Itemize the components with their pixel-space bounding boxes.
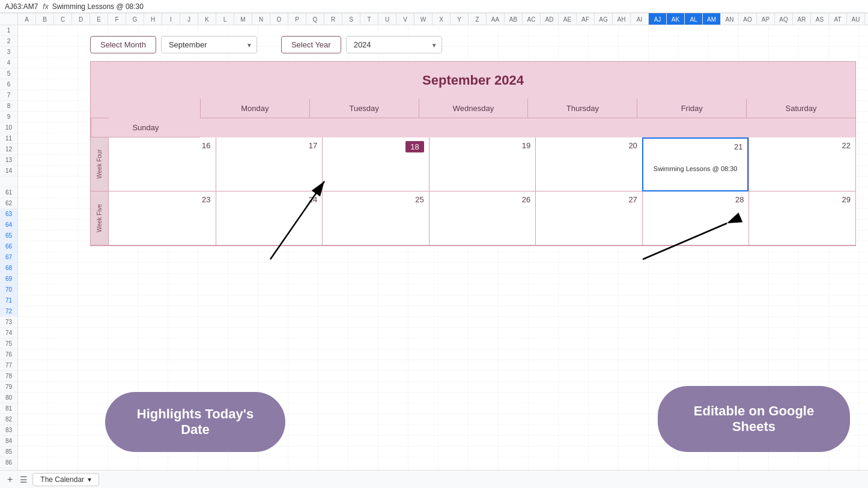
row-num-6: 6 [0, 79, 17, 90]
sheets-menu-button[interactable]: ☰ [20, 475, 28, 484]
col-header-AL[interactable]: AL [685, 13, 703, 25]
day-cell-29[interactable]: 29 [748, 191, 855, 246]
month-select[interactable]: September January February March April M… [161, 36, 257, 53]
day-number-20: 20 [538, 140, 640, 151]
sheet-tab-dropdown-icon: ▾ [88, 475, 91, 484]
day-cell-23[interactable]: 23 [109, 191, 216, 246]
col-header-AF[interactable]: AF [577, 13, 595, 25]
year-select[interactable]: 2024 2023 2025 [346, 36, 442, 53]
day-number-23: 23 [111, 194, 213, 205]
col-header-AJ[interactable]: AJ [649, 13, 667, 25]
sheet-tab-the-calendar[interactable]: The Calendar ▾ [32, 473, 99, 486]
col-header-AD[interactable]: AD [541, 13, 559, 25]
col-header-AH[interactable]: AH [613, 13, 631, 25]
col-header-AQ[interactable]: AQ [775, 13, 793, 25]
day-cell-20[interactable]: 20 [535, 137, 642, 191]
row-num-73: 73 [0, 317, 17, 328]
row-num-77: 77 [0, 360, 17, 371]
col-header-W[interactable]: W [414, 13, 432, 25]
col-header-H[interactable]: H [144, 13, 162, 25]
col-header-M[interactable]: M [234, 13, 252, 25]
col-header-AA[interactable]: AA [487, 13, 505, 25]
col-header-K[interactable]: K [198, 13, 216, 25]
col-header-F[interactable]: F [108, 13, 126, 25]
col-header-S[interactable]: S [342, 13, 360, 25]
day-cell-26[interactable]: 26 [429, 191, 536, 246]
col-header-N[interactable]: N [252, 13, 270, 25]
cell-reference: AJ63:AM7 [5, 2, 38, 11]
day-number-29: 29 [751, 194, 853, 205]
day-header-tuesday: Tuesday [309, 99, 419, 118]
controls-area: Select Month September January February … [90, 36, 442, 53]
year-control: Select Year 2024 2023 2025 [281, 36, 442, 53]
day-cell-24[interactable]: 24 [216, 191, 323, 246]
day-cell-25[interactable]: 25 [322, 191, 429, 246]
row-num-4: 4 [0, 58, 17, 68]
col-header-AS[interactable]: AS [811, 13, 829, 25]
col-header-AE[interactable]: AE [559, 13, 577, 25]
day-cell-21[interactable]: 21Swimming Lessons @ 08:30 [642, 137, 749, 191]
col-header-D[interactable]: D [72, 13, 90, 25]
col-header-G[interactable]: G [126, 13, 144, 25]
col-header-V[interactable]: V [396, 13, 414, 25]
col-header-P[interactable]: P [288, 13, 306, 25]
col-header-A[interactable]: A [18, 13, 36, 25]
col-header-AI[interactable]: AI [631, 13, 649, 25]
day-cell-19[interactable]: 19 [429, 137, 536, 191]
row-num-63: 63 [0, 209, 17, 220]
col-header-AN[interactable]: AN [721, 13, 739, 25]
col-header-B[interactable]: B [36, 13, 54, 25]
col-header-R[interactable]: R [324, 13, 342, 25]
day-number-27: 27 [538, 194, 640, 205]
col-header-AM[interactable]: AM [703, 13, 721, 25]
col-header-AV[interactable]: AV [865, 13, 868, 25]
col-header-U[interactable]: U [378, 13, 396, 25]
week-rows: Week Four161718192021Swimming Lessons @ … [91, 137, 855, 246]
row-num-10: 10 [0, 122, 17, 133]
day-header-wednesday: Wednesday [419, 99, 528, 118]
row-num-2: 2 [0, 36, 17, 47]
day-number-17: 17 [219, 140, 320, 151]
row-num-5: 5 [0, 68, 17, 79]
row-num-86: 86 [0, 457, 17, 468]
day-cell-22[interactable]: 22 [748, 137, 855, 191]
day-cell-28[interactable]: 28 [642, 191, 749, 246]
col-header-O[interactable]: O [270, 13, 288, 25]
sheet-content: Select Month September January February … [18, 25, 868, 470]
col-header-X[interactable]: X [432, 13, 451, 25]
col-header-AR[interactable]: AR [793, 13, 811, 25]
col-header-I[interactable]: I [162, 13, 180, 25]
add-sheet-button[interactable]: + [5, 474, 15, 485]
day-cell-27[interactable]: 27 [535, 191, 642, 246]
col-header-Q[interactable]: Q [306, 13, 324, 25]
col-header-AT[interactable]: AT [829, 13, 847, 25]
col-header-AO[interactable]: AO [739, 13, 757, 25]
col-header-Y[interactable]: Y [451, 13, 469, 25]
col-header-E[interactable]: E [90, 13, 108, 25]
editable-google-sheets-bubble: Editable on Google Sheets [658, 386, 850, 452]
calendar-title: September 2024 [91, 62, 855, 99]
col-header-AC[interactable]: AC [523, 13, 541, 25]
week-label-1: Week Four [91, 137, 109, 191]
col-header-L[interactable]: L [216, 13, 234, 25]
week-row-1: Week Four161718192021Swimming Lessons @ … [91, 137, 855, 191]
col-header-J[interactable]: J [180, 13, 198, 25]
day-cell-18[interactable]: 18 [322, 137, 429, 191]
row-num-83: 83 [0, 425, 17, 436]
year-label: Select Year [281, 36, 341, 53]
col-header-AU[interactable]: AU [847, 13, 865, 25]
day-header-sunday: Sunday [91, 118, 200, 137]
day-cell-16[interactable]: 16 [109, 137, 216, 191]
day-cell-17[interactable]: 17 [216, 137, 323, 191]
col-header-C[interactable]: C [54, 13, 72, 25]
col-header-AK[interactable]: AK [667, 13, 685, 25]
row-num-82: 82 [0, 414, 17, 425]
col-header-AP[interactable]: AP [757, 13, 775, 25]
col-header-AB[interactable]: AB [505, 13, 523, 25]
col-header-Z[interactable]: Z [469, 13, 487, 25]
row-num-84: 84 [0, 436, 17, 447]
row-num-12: 12 [0, 144, 17, 155]
col-header-AG[interactable]: AG [595, 13, 613, 25]
col-header-T[interactable]: T [360, 13, 378, 25]
event-text-21: Swimming Lessons @ 08:30 [646, 164, 745, 173]
